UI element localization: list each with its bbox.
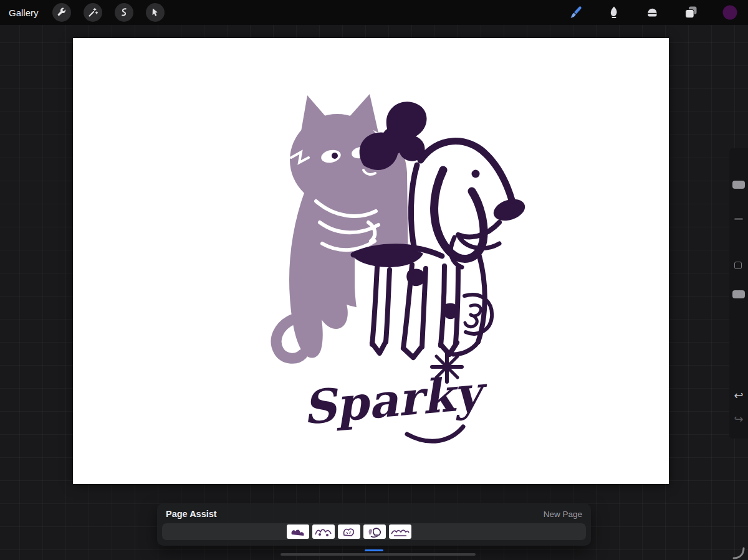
- layers-icon: [683, 4, 699, 21]
- magic-wand-icon: [87, 7, 98, 18]
- erase-tool-button[interactable]: [645, 4, 661, 21]
- page-assist-title: Page Assist: [166, 509, 217, 519]
- pages-scrollbar[interactable]: [280, 553, 476, 556]
- brush-size-slider[interactable]: [732, 181, 745, 189]
- page-thumbnails: [287, 524, 411, 539]
- selection-ribbon-icon: [118, 7, 130, 18]
- brush-sidebar: ↩ ↪: [729, 148, 748, 439]
- selected-page-indicator: [365, 549, 383, 551]
- slider-tick: [734, 218, 743, 220]
- page-assist-header: Page Assist New Page: [157, 503, 591, 522]
- top-toolbar: Gallery: [0, 0, 748, 25]
- paint-tool-button[interactable]: [567, 4, 583, 21]
- modify-button[interactable]: [734, 262, 742, 269]
- color-swatch-icon: [722, 4, 738, 21]
- right-tool-group: [567, 4, 739, 21]
- undo-button[interactable]: ↩: [729, 389, 748, 402]
- smudge-icon: [606, 4, 622, 21]
- brush-icon: [567, 4, 583, 21]
- left-tool-group: [52, 3, 165, 22]
- procreate-workspace: Gallery: [0, 0, 748, 560]
- page-thumbnail-3[interactable]: [338, 524, 360, 539]
- color-button[interactable]: [722, 4, 738, 21]
- page-2-preview: [312, 524, 335, 539]
- page-thumbnail-4[interactable]: [363, 524, 386, 539]
- page-thumbnail-1[interactable]: [287, 524, 309, 539]
- drawing-canvas[interactable]: Sparky: [73, 38, 669, 484]
- artwork: Sparky: [73, 38, 669, 484]
- adjustments-button[interactable]: [84, 3, 102, 22]
- artwork-caption: Sparky: [300, 365, 491, 435]
- pages-track: [162, 523, 586, 540]
- new-page-button[interactable]: New Page: [544, 510, 582, 519]
- opacity-slider[interactable]: [732, 290, 745, 298]
- redo-button[interactable]: ↪: [729, 412, 748, 426]
- eraser-icon: [645, 4, 661, 21]
- page-1-preview: [287, 524, 309, 539]
- page-thumbnail-5[interactable]: [389, 524, 411, 539]
- page-4-preview: [363, 524, 386, 539]
- actions-button[interactable]: [52, 3, 71, 22]
- transform-arrow-icon: [150, 7, 161, 18]
- page-3-preview: [338, 524, 360, 539]
- transform-button[interactable]: [146, 3, 165, 22]
- gallery-button[interactable]: Gallery: [9, 7, 39, 18]
- artwork-caption-group: Sparky: [300, 352, 491, 441]
- selection-button[interactable]: [115, 3, 133, 22]
- page-5-preview: [389, 524, 411, 539]
- corner-resize-handle[interactable]: [732, 547, 746, 559]
- page-assist-panel: Page Assist New Page: [157, 503, 591, 546]
- page-thumbnail-2[interactable]: [312, 524, 335, 539]
- wrench-icon: [56, 7, 67, 18]
- layers-button[interactable]: [683, 4, 699, 21]
- smudge-tool-button[interactable]: [606, 4, 622, 21]
